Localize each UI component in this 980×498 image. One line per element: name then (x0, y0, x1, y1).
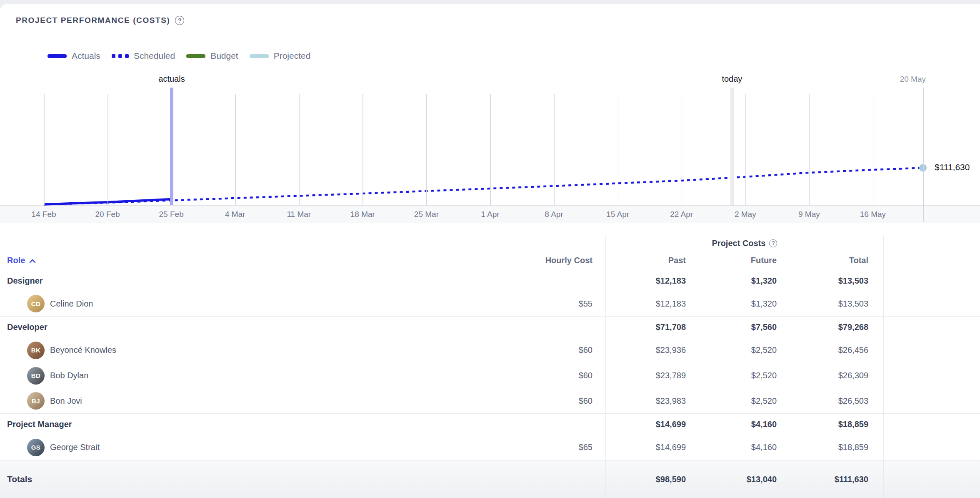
chart-marker-band-today (730, 88, 734, 205)
cell-future: $1,320 (692, 270, 782, 291)
table-group-header-row: Project Costs ? (0, 236, 980, 251)
cell-past: $12,183 (605, 270, 692, 291)
legend-item-budget[interactable]: Budget (186, 51, 238, 61)
legend-item-scheduled[interactable]: Scheduled (112, 51, 175, 61)
cell-extra (883, 435, 980, 460)
cell-past: $23,983 (605, 388, 692, 413)
person-cell-wrap: BJBon Jovi (0, 388, 433, 413)
chart-gridline (108, 94, 108, 205)
column-header-future: Future (692, 251, 782, 270)
column-header-hourly-cost: Hourly Cost (433, 251, 605, 270)
chart-legend: ActualsScheduledBudgetProjected (48, 51, 310, 61)
project-costs-header: Project Costs ? (605, 236, 883, 251)
totals-label: Totals (7, 474, 32, 484)
legend-label: Scheduled (134, 51, 175, 61)
legend-swatch (48, 54, 67, 58)
group-label: Developer (7, 322, 48, 332)
cell-extra (883, 317, 980, 337)
chart-gridline (873, 94, 874, 205)
cell-total: $13,503 (782, 291, 883, 316)
cell-hourly (433, 270, 605, 291)
chart-gridline (235, 94, 236, 205)
avatar: BJ (27, 392, 45, 410)
legend-label: Budget (210, 51, 238, 61)
cell-future: $7,560 (692, 317, 782, 337)
person-cell-wrap: BKBeyoncé Knowles (0, 337, 433, 363)
chart-gridline (490, 94, 491, 205)
person-cell-wrap: GSGeorge Strait (0, 435, 433, 460)
help-icon[interactable]: ? (175, 16, 184, 25)
cell-total: $13,503 (782, 270, 883, 291)
chart-marker-label-today: today (722, 74, 742, 84)
person-cell: BJBon Jovi (7, 392, 82, 410)
sort-ascending-icon (29, 259, 36, 263)
cell-hourly-cost: $65 (433, 435, 605, 460)
person-cell-wrap: BDBob Dylan (0, 363, 433, 388)
cell-past: $23,789 (605, 363, 692, 388)
page-title: PROJECT PERFORMANCE (COSTS) (16, 16, 170, 25)
person-name: Bon Jovi (50, 396, 82, 406)
totals-total: $111,630 (782, 460, 883, 498)
card-header: PROJECT PERFORMANCE (COSTS) ? (16, 16, 184, 25)
cell-past: $12,183 (605, 291, 692, 316)
chart-gridline (299, 94, 300, 205)
column-header-total: Total (782, 251, 883, 270)
cell-hourly-cost: $60 (433, 388, 605, 413)
chart-right-edge-line (923, 88, 924, 222)
legend-swatch (250, 54, 269, 58)
table-column-header-row: Role Hourly Cost Past Future Total (0, 251, 980, 270)
costs-table: Project Costs ? Role Hourly Cost Past Fu… (0, 236, 980, 498)
cell-total: $26,456 (782, 337, 883, 363)
column-header-role[interactable]: Role (7, 256, 36, 265)
chart-gridline (618, 94, 619, 205)
cell-past: $23,936 (605, 337, 692, 363)
person-row: BKBeyoncé Knowles$60$23,936$2,520$26,456 (0, 337, 980, 363)
project-costs-label: Project Costs (712, 239, 766, 248)
cell-future: $4,160 (692, 414, 782, 435)
cell-extra (883, 337, 980, 363)
person-cell: BKBeyoncé Knowles (7, 342, 116, 359)
cell-hourly-cost: $60 (433, 363, 605, 388)
cell-hourly-cost: $55 (433, 291, 605, 316)
person-cell: CDCeline Dion (7, 295, 93, 312)
group-row-project-manager: Project Manager$14,699$4,160$18,859 (0, 414, 980, 435)
cell-past: $14,699 (605, 414, 692, 435)
cell-total: $18,859 (782, 414, 883, 435)
legend-swatch (186, 54, 205, 58)
header-divider (0, 41, 980, 41)
cell-hourly-cost: $60 (433, 337, 605, 363)
group-role-cell: Developer (0, 317, 433, 337)
person-row: GSGeorge Strait$65$14,699$4,160$18,859 (0, 435, 980, 460)
person-cell: GSGeorge Strait (7, 439, 100, 456)
chart-end-value-label: $111,630 (935, 162, 970, 172)
cell-future: $2,520 (692, 337, 782, 363)
person-name: Celine Dion (50, 299, 93, 309)
cell-extra (883, 270, 980, 291)
cell-extra (883, 414, 980, 435)
group-row-developer: Developer$71,708$7,560$79,268 (0, 317, 980, 337)
legend-label: Projected (274, 51, 311, 61)
cell-total: $26,503 (782, 388, 883, 413)
cell-total: $26,309 (782, 363, 883, 388)
chart-gridline (682, 94, 682, 205)
group-label: Designer (7, 276, 43, 286)
cell-total: $18,859 (782, 435, 883, 460)
totals-row: Totals $98,590 $13,040 $111,630 (0, 460, 980, 498)
legend-item-projected[interactable]: Projected (250, 51, 311, 61)
person-row: BJBon Jovi$60$23,983$2,520$26,503 (0, 388, 980, 414)
project-costs-help-icon[interactable]: ? (769, 239, 777, 247)
group-role-cell: Designer (0, 270, 433, 291)
column-header-past: Past (605, 251, 692, 270)
cell-past: $14,699 (605, 435, 692, 460)
cell-extra (883, 363, 980, 388)
chart-gridline (44, 94, 45, 205)
legend-item-actuals[interactable]: Actuals (48, 51, 100, 61)
chart-gridline (809, 94, 810, 205)
avatar: BK (27, 342, 45, 359)
legend-label: Actuals (72, 51, 100, 61)
avatar: BD (27, 367, 45, 385)
person-row: CDCeline Dion$55$12,183$1,320$13,503 (0, 291, 980, 317)
chart-marker-band-actuals (170, 88, 173, 205)
series-line-scheduled (44, 168, 923, 205)
person-name: Bob Dylan (50, 371, 88, 380)
